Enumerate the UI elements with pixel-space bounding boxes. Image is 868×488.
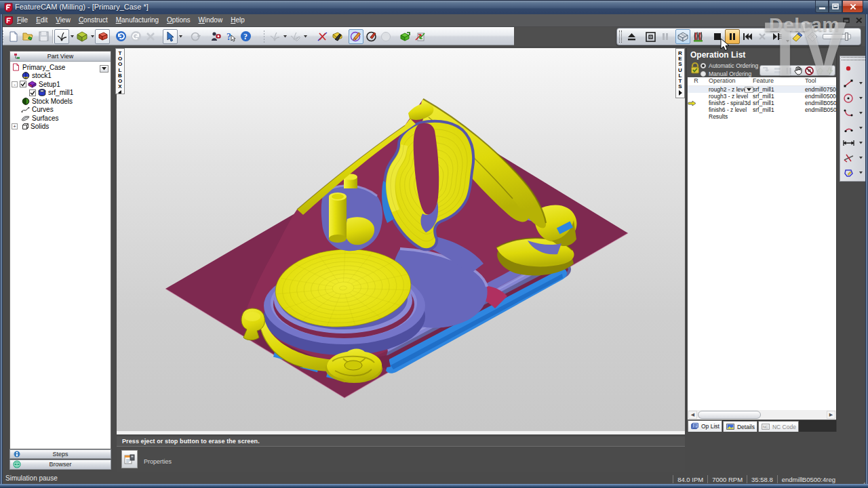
stock-button[interactable] [95,29,110,44]
help-button[interactable]: ? [238,29,253,44]
arc-sketch-button[interactable] [363,29,378,44]
toolbar-grip[interactable] [263,30,265,43]
menu-options[interactable]: Options [163,15,194,26]
trim-tool-button-dropdown[interactable] [856,157,865,159]
sim-3d-button[interactable] [675,29,690,44]
menu-edit[interactable]: Edit [32,15,52,26]
toolbox-tab[interactable]: TOOLBOX [115,48,125,94]
trim-tool-button[interactable] [840,150,867,165]
single-step-dropdown[interactable] [785,38,790,45]
centerline-sim-button[interactable] [643,29,658,44]
toolbar-grip[interactable] [842,57,865,60]
circle-tool-button[interactable] [840,91,867,106]
dimension-tool-button-dropdown[interactable] [856,142,865,144]
dimension-tool-button[interactable] [840,136,867,150]
single-step-button[interactable] [770,29,785,44]
maximize-button[interactable] [829,1,842,13]
select-dropdown[interactable] [178,29,183,44]
toolbar-grip[interactable] [619,30,622,43]
column-feature[interactable]: Feature [751,77,801,85]
tree-item-curves[interactable]: Curves [10,106,111,115]
tree-item-setup1[interactable]: -Setup1 [10,80,111,89]
undo-button[interactable] [113,29,128,44]
polygon-tool-button-dropdown[interactable] [856,171,865,174]
polygon-tool-button[interactable] [840,165,867,180]
tree-item-srf-mill1[interactable]: srf_mill1 [10,89,111,98]
automatic-ordering-radio[interactable]: Automatic Ordering [701,62,758,69]
fillet-tool-button[interactable] [840,106,867,121]
tree-item-surfaces[interactable]: Surfaces [10,114,111,123]
tab-details[interactable]: Details [723,421,757,432]
fillet-tool-button-dropdown[interactable] [856,112,865,115]
curve-edit-dropdown[interactable] [302,29,308,44]
arc-tool-button[interactable] [840,121,867,136]
column-tool[interactable]: Tool [801,77,836,85]
solid-export-button[interactable] [397,29,412,44]
diamond-button[interactable] [805,29,820,44]
menu-view[interactable]: View [52,15,75,26]
manual-ordering-radio[interactable]: Manual Ordering [701,70,751,77]
speed-slider[interactable] [823,34,851,39]
menu-construct[interactable]: Construct [75,15,112,26]
line-tool-button-dropdown[interactable] [856,82,865,85]
tab-nc-code[interactable]: NCNC Code [758,421,799,432]
scrollbar-thumb[interactable] [698,411,761,419]
tree-expander-icon[interactable]: + [12,123,18,129]
operation-row[interactable]: rough2 - z levelsrf_mill1endmill0750:re [688,86,836,93]
close-button[interactable] [842,1,863,13]
curves-mode-dropdown[interactable] [69,29,75,44]
column-r[interactable]: R [688,77,705,85]
context-help-button[interactable]: ? [223,29,238,44]
curves-mode-button[interactable] [54,29,69,44]
operation-dropdown[interactable] [745,87,753,93]
menu-window[interactable]: Window [195,15,227,26]
to-start-button[interactable] [740,29,755,44]
eject-button[interactable] [624,29,639,44]
operation-row[interactable]: Results [688,113,836,120]
new-button[interactable] [6,29,21,44]
tab-op-list[interactable]: Op List [688,420,722,432]
save-button[interactable] [36,29,51,44]
checkbox-checked-icon[interactable] [20,81,26,87]
view-capture-button[interactable] [208,29,223,44]
mdi-restore-button[interactable] [843,16,850,26]
surface-edit-button[interactable] [330,29,344,44]
point-tool-button[interactable] [840,61,867,76]
graphics-viewport[interactable] [117,48,685,434]
curve-wizard-dropdown[interactable] [282,29,288,44]
tree-item-stock1[interactable]: stock1 [10,72,111,81]
steps-button[interactable]: Steps [9,449,111,459]
menu-help[interactable]: Help [226,15,249,26]
operation-row[interactable]: finish5 - spiral3dsrf_mill1endmillB0500: [688,100,836,106]
tree-item-stock-models[interactable]: Stock Models [10,97,111,106]
transform-button[interactable] [412,29,427,44]
column-operation[interactable]: Operation [705,77,751,85]
menu-file[interactable]: File [13,15,32,26]
open-button[interactable] [21,29,36,44]
mdi-close-button[interactable] [856,16,863,26]
properties-button[interactable] [121,450,138,468]
results-tab[interactable]: RESULTS [675,48,685,98]
tree-item-primary-case[interactable]: Primary_Case [10,63,111,72]
solid-mode-button[interactable] [75,29,90,44]
operation-list-hscrollbar[interactable]: ◀ ▶ [688,410,836,420]
manual-hold-button[interactable] [794,66,803,75]
tree-expander-icon[interactable]: - [12,81,18,87]
line-tool-button[interactable] [840,76,867,91]
operation-row[interactable]: rough3 - z levelsrf_mill1endmill0500:re [688,93,836,100]
arc-tool-button-dropdown[interactable] [856,127,865,129]
sketch-button[interactable] [349,29,363,44]
select-button[interactable] [163,29,178,44]
browser-button[interactable]: Browser [9,460,111,470]
solid-mode-dropdown[interactable] [90,29,95,44]
rapidcut-sim-button[interactable] [690,29,705,44]
eraser-button[interactable] [790,29,805,44]
minimize-button[interactable] [815,1,829,13]
trim-curve-button[interactable] [315,29,330,44]
circle-tool-button-dropdown[interactable] [856,97,865,100]
menu-manufacturing[interactable]: Manufacturing [112,15,163,26]
slider-handle[interactable] [845,33,848,41]
operation-row[interactable]: finish6 - z levelsrf_mill1endmillB0500: [688,106,836,113]
checkbox-checked-icon[interactable] [29,89,36,96]
tree-item-solids[interactable]: +Solids [10,123,111,131]
